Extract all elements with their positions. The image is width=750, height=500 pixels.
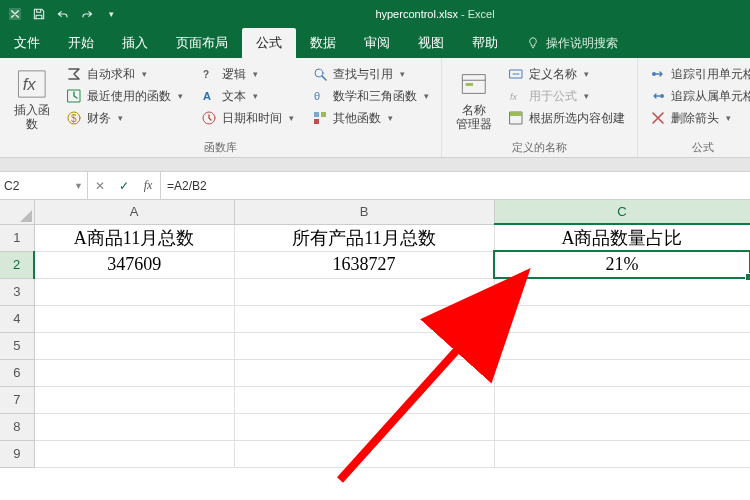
tab-file[interactable]: 文件 [0,28,54,58]
cell-A8[interactable] [34,413,234,440]
cell-C2[interactable]: 21% [494,251,750,278]
cell-B5[interactable] [234,332,494,359]
datetime-button[interactable]: 日期和时间▾ [197,109,298,128]
cell-C5[interactable] [494,332,750,359]
tell-me-label: 操作说明搜索 [546,35,618,52]
more-functions-button[interactable]: 其他函数▾ [308,109,433,128]
tab-insert[interactable]: 插入 [108,28,162,58]
tell-me-search[interactable]: 操作说明搜索 [512,28,618,58]
recent-functions-button[interactable]: 最近使用的函数▾ [62,87,187,106]
svg-rect-12 [321,112,326,117]
cell-A4[interactable] [34,305,234,332]
cell-A5[interactable] [34,332,234,359]
cell-B8[interactable] [234,413,494,440]
name-manager-button[interactable]: 名称 管理器 [450,61,498,139]
window-title: hypercontrol.xlsx - Excel [120,8,750,20]
row-header-3[interactable]: 3 [0,278,34,305]
svg-text:?: ? [203,69,209,80]
cell-C1[interactable]: A商品数量占比 [494,224,750,251]
group-function-library: fx 插入函数 自动求和▾ 最近使用的函数▾ $财务▾ ?逻辑▾ A文本▾ 日期… [0,58,442,157]
cell-A7[interactable] [34,386,234,413]
cell-C7[interactable] [494,386,750,413]
cell-A9[interactable] [34,440,234,467]
accept-formula-icon[interactable]: ✓ [112,179,136,193]
cell-B3[interactable] [234,278,494,305]
cell-B7[interactable] [234,386,494,413]
title-bar: ▾ hypercontrol.xlsx - Excel [0,0,750,28]
row-header-1[interactable]: 1 [0,224,34,251]
use-in-formula-button[interactable]: fx用于公式▾ [504,87,629,106]
spreadsheet-grid[interactable]: A B C 1 A商品11月总数 所有产品11月总数 A商品数量占比 2 347… [0,200,750,468]
insert-function-button[interactable]: fx 插入函数 [8,61,56,139]
cell-A2[interactable]: 347609 [34,251,234,278]
save-icon[interactable] [30,5,48,23]
cell-A6[interactable] [34,359,234,386]
tab-home[interactable]: 开始 [54,28,108,58]
col-header-A[interactable]: A [34,200,234,224]
row-header-2[interactable]: 2 [0,251,34,278]
trace-dependents-button[interactable]: 追踪从属单元格 [646,87,750,106]
fx-icon[interactable]: fx [136,178,160,193]
row-header-4[interactable]: 4 [0,305,34,332]
group-label-names: 定义的名称 [442,140,637,155]
formula-input[interactable]: =A2/B2 [161,172,750,199]
excel-icon [6,5,24,23]
row-header-9[interactable]: 9 [0,440,34,467]
col-header-C[interactable]: C [494,200,750,224]
quick-access-toolbar: ▾ [0,5,120,23]
cell-B9[interactable] [234,440,494,467]
lookup-button[interactable]: 查找与引用▾ [308,65,433,84]
svg-rect-11 [314,112,319,117]
cell-A3[interactable] [34,278,234,305]
cell-B1[interactable]: 所有产品11月总数 [234,224,494,251]
text-button[interactable]: A文本▾ [197,87,298,106]
remove-arrows-button[interactable]: 删除箭头▾ [646,109,750,128]
qat-customize-icon[interactable]: ▾ [102,5,120,23]
trace-precedents-button[interactable]: 追踪引用单元格 [646,65,750,84]
svg-rect-13 [314,119,319,124]
create-from-selection-button[interactable]: 根据所选内容创建 [504,109,629,128]
math-button[interactable]: θ数学和三角函数▾ [308,87,433,106]
name-manager-label: 名称 管理器 [456,103,492,132]
title-filename: hypercontrol.xlsx [375,8,458,20]
name-box-input[interactable] [4,179,83,193]
cell-B2[interactable]: 1638727 [234,251,494,278]
tab-data[interactable]: 数据 [296,28,350,58]
formula-bar: ▼ ✕ ✓ fx =A2/B2 [0,172,750,200]
cell-C9[interactable] [494,440,750,467]
cell-C6[interactable] [494,359,750,386]
name-box[interactable]: ▼ [0,172,88,199]
cell-C8[interactable] [494,413,750,440]
chevron-down-icon[interactable]: ▼ [74,181,83,191]
tab-layout[interactable]: 页面布局 [162,28,242,58]
autosum-button[interactable]: 自动求和▾ [62,65,187,84]
tab-help[interactable]: 帮助 [458,28,512,58]
row-header-8[interactable]: 8 [0,413,34,440]
group-label-library: 函数库 [0,140,441,155]
row-header-6[interactable]: 6 [0,359,34,386]
logical-button[interactable]: ?逻辑▾ [197,65,298,84]
cell-C4[interactable] [494,305,750,332]
col-header-B[interactable]: B [234,200,494,224]
tab-review[interactable]: 审阅 [350,28,404,58]
row-header-7[interactable]: 7 [0,386,34,413]
define-name-button[interactable]: 定义名称▾ [504,65,629,84]
row-header-5[interactable]: 5 [0,332,34,359]
financial-button[interactable]: $财务▾ [62,109,187,128]
cell-A1[interactable]: A商品11月总数 [34,224,234,251]
cell-B4[interactable] [234,305,494,332]
undo-icon[interactable] [54,5,72,23]
select-all-cell[interactable] [0,200,34,224]
tab-formulas[interactable]: 公式 [242,28,296,58]
cell-C3[interactable] [494,278,750,305]
ribbon-tabs: 文件 开始 插入 页面布局 公式 数据 审阅 视图 帮助 操作说明搜索 [0,28,750,58]
group-formula-auditing: 追踪引用单元格 追踪从属单元格 删除箭头▾ 公式 [638,58,750,157]
tab-view[interactable]: 视图 [404,28,458,58]
svg-text:A: A [203,90,211,102]
cancel-formula-icon[interactable]: ✕ [88,179,112,193]
cell-B6[interactable] [234,359,494,386]
redo-icon[interactable] [78,5,96,23]
insert-function-label: 插入函数 [10,103,54,132]
svg-text:θ: θ [314,90,320,102]
formula-controls: ✕ ✓ fx [88,172,161,199]
